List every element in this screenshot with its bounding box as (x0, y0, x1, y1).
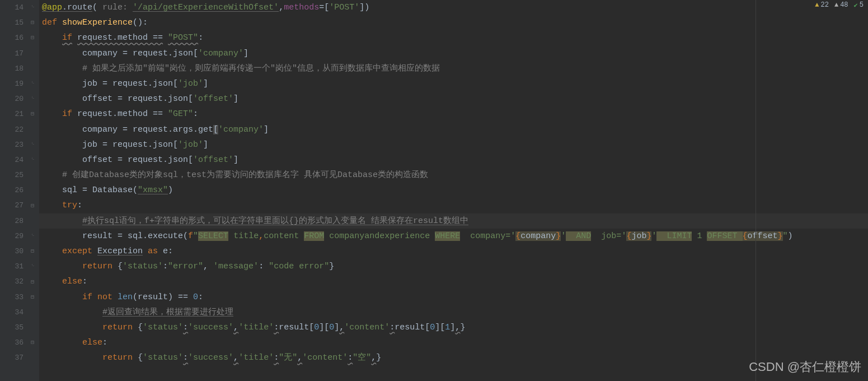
fold-end-icon[interactable]: ⌎ (29, 157, 36, 164)
code-line-current: #执行sql语句，f+字符串的形式，可以在字符串里面以{}的形式加入变量名 结果… (39, 213, 868, 229)
code-line: # 创建Database类的对象sql，test为需要访问的数据库名字 具体可见… (39, 168, 868, 183)
code-line: except Exception as e: (39, 244, 868, 259)
fold-collapse-icon[interactable]: ⊟ (29, 203, 36, 210)
fold-collapse-icon[interactable]: ⊟ (29, 111, 36, 118)
fold-end-icon[interactable]: ⌎ (29, 4, 36, 11)
code-line: try: (39, 198, 868, 213)
code-line: else: (39, 274, 868, 289)
code-line: def showExperience(): (39, 15, 868, 30)
fold-end-icon[interactable]: ⌎ (29, 142, 36, 148)
code-line: company = request.args.get['company'] (39, 122, 868, 137)
code-line: if not len(result) == 0: (39, 290, 868, 305)
right-margin-line (756, 0, 756, 381)
code-line: offset = request.json['offset'] (39, 91, 868, 106)
fold-collapse-icon[interactable]: ⊟ (29, 248, 36, 255)
code-line: offset = request.json['offset'] (39, 152, 868, 168)
code-line: if request.method == "GET": (39, 106, 868, 122)
fold-end-icon[interactable]: ⌎ (29, 96, 36, 103)
fold-collapse-icon[interactable]: ⊟ (29, 294, 36, 301)
fold-collapse-icon[interactable]: ⊟ (29, 279, 36, 286)
line-number-gutter[interactable]: 14151617 18192021 22232425 26272829 3031… (0, 0, 28, 381)
code-area[interactable]: @app.route( rule: '/api/getExperienceWit… (39, 0, 868, 381)
code-line: else: (39, 335, 868, 350)
fold-collapse-icon[interactable]: ⊟ (29, 340, 36, 346)
code-line: @app.route( rule: '/api/getExperienceWit… (39, 0, 868, 15)
code-line: sql = Database("xmsx") (39, 183, 868, 198)
fold-collapse-icon[interactable]: ⊟ (29, 35, 36, 41)
code-line: if request.method == "POST": (39, 30, 868, 45)
code-line: return {'status':'success','title':resul… (39, 320, 868, 335)
code-line: job = request.json['job'] (39, 137, 868, 152)
code-line: #返回查询结果，根据需要进行处理 (39, 305, 868, 320)
code-line: job = request.json['job'] (39, 76, 868, 91)
code-line: return {'status':'success','title':"无",'… (39, 350, 868, 365)
code-editor[interactable]: ▲22 ▲48 ✔5 14151617 18192021 22232425 26… (0, 0, 868, 381)
fold-end-icon[interactable]: ⌎ (29, 81, 36, 87)
fold-gutter[interactable]: ⌎⊟⊟⌎⌎⊟⌎⌎⊟⌎⊟⌎⊟⊟⊟ (28, 0, 39, 381)
code-line: result = sql.execute(f"SELECT title,cont… (39, 229, 868, 244)
code-line: # 如果之后添加"前端"岗位，则应前端再传递一个"岗位"信息，从而到数据库中查询… (39, 61, 868, 76)
code-line: company = request.json['company'] (39, 46, 868, 61)
fold-collapse-icon[interactable]: ⊟ (29, 20, 36, 26)
fold-end-icon[interactable]: ⌎ (29, 233, 36, 240)
fold-end-icon[interactable]: ⌎ (29, 263, 36, 270)
code-line: return {'status':"error", 'message': "co… (39, 259, 868, 274)
